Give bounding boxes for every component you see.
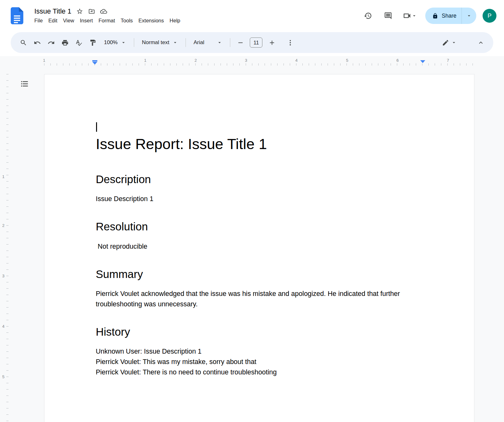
header-actions: Share P xyxy=(355,8,496,24)
toolbar-divider xyxy=(230,38,230,47)
ruler-number: 2 xyxy=(194,58,197,63)
spellcheck-button[interactable] xyxy=(72,36,86,49)
paint-roller-icon xyxy=(89,39,96,46)
ruler-number: 5 xyxy=(346,58,348,63)
right-indent-marker[interactable] xyxy=(420,60,425,63)
ruler-ticks xyxy=(44,63,474,66)
section-heading-history[interactable]: History xyxy=(96,325,423,338)
paragraph-style-value: Normal text xyxy=(142,39,169,46)
document-title[interactable]: Issue Title 1 xyxy=(34,7,71,15)
redo-icon xyxy=(48,39,55,46)
paint-format-button[interactable] xyxy=(86,36,100,49)
chevron-down-icon xyxy=(466,13,472,19)
ruler-number: 5 xyxy=(2,374,4,379)
menu-item-format[interactable]: Format xyxy=(96,17,118,25)
ruler-number: 3 xyxy=(2,274,4,278)
vertical-ruler[interactable]: 1 2 3 4 5 xyxy=(0,56,9,422)
title-area: Issue Title 1 File Edit View Insert Form… xyxy=(32,7,183,25)
lock-icon xyxy=(432,13,438,19)
ruler-number: 7 xyxy=(447,58,449,63)
section-heading-resolution[interactable]: Resolution xyxy=(96,220,423,233)
menu-item-view[interactable]: View xyxy=(60,17,77,25)
cloud-status-icon[interactable] xyxy=(100,8,107,15)
minus-icon xyxy=(237,39,244,46)
decrease-font-size-button[interactable] xyxy=(233,36,247,49)
font-family-value: Arial xyxy=(193,39,214,46)
document-page[interactable]: Issue Report: Issue Title 1 Description … xyxy=(44,74,474,422)
account-avatar[interactable]: P xyxy=(483,9,496,23)
left-indent-marker[interactable] xyxy=(92,62,97,65)
doc-title-text[interactable]: Issue Report: Issue Title 1 xyxy=(96,136,423,153)
section-paragraph[interactable]: Pierrick Voulet: There is no need to con… xyxy=(96,367,423,378)
chevron-down-icon xyxy=(451,40,457,45)
header: Issue Title 1 File Edit View Insert Form… xyxy=(0,0,504,32)
chevron-down-icon xyxy=(411,13,417,19)
spellcheck-icon xyxy=(75,39,83,46)
editing-mode-select[interactable] xyxy=(438,36,461,49)
chevron-down-icon xyxy=(217,40,222,45)
ruler-number: 4 xyxy=(2,324,4,329)
menu-item-file[interactable]: File xyxy=(32,17,46,25)
kebab-icon xyxy=(287,39,294,46)
version-history-button[interactable] xyxy=(360,8,375,23)
video-call-button[interactable] xyxy=(403,11,417,20)
toolbar-strip: 100% Normal text Arial xyxy=(0,32,504,57)
toolbar-divider xyxy=(186,38,186,47)
horizontal-ruler[interactable]: 1 1 2 3 4 5 6 7 xyxy=(0,56,504,66)
print-icon xyxy=(61,39,69,46)
toolbar-divider xyxy=(134,38,134,47)
section-heading-description[interactable]: Description xyxy=(96,173,423,186)
section-paragraph[interactable]: Pierrick Voulet: This was my mistake, so… xyxy=(96,357,423,367)
title-row: Issue Title 1 xyxy=(32,7,183,15)
ruler-ticks xyxy=(6,74,9,422)
font-size-input[interactable]: 11 xyxy=(250,38,262,48)
section-paragraph[interactable]: Not reproducible xyxy=(96,241,423,252)
section-paragraph[interactable]: Pierrick Voulet acknowledged that the is… xyxy=(96,289,423,309)
star-icon[interactable] xyxy=(76,8,83,15)
pencil-icon xyxy=(442,39,449,46)
print-button[interactable] xyxy=(58,36,72,49)
redo-button[interactable] xyxy=(44,36,58,49)
menu-item-help[interactable]: Help xyxy=(167,17,183,25)
search-menus-button[interactable] xyxy=(16,36,30,49)
hide-menus-button[interactable] xyxy=(474,36,488,49)
plus-icon xyxy=(268,39,276,46)
font-family-select[interactable]: Arial xyxy=(189,36,227,49)
share-button-group: Share xyxy=(425,8,476,24)
first-line-indent-marker[interactable] xyxy=(92,60,97,61)
page-content[interactable]: Issue Report: Issue Title 1 Description … xyxy=(44,74,474,378)
menu-item-tools[interactable]: Tools xyxy=(118,17,136,25)
ruler-number: 1 xyxy=(144,58,146,63)
section-paragraph[interactable]: Unknown User: Issue Description 1 xyxy=(96,346,423,357)
menu-item-edit[interactable]: Edit xyxy=(46,17,60,25)
menu-item-extensions[interactable]: Extensions xyxy=(136,17,167,25)
chevron-down-icon xyxy=(121,40,126,45)
undo-button[interactable] xyxy=(30,36,44,49)
ruler-number: 3 xyxy=(245,58,247,63)
more-toolbar-options-button[interactable] xyxy=(283,36,297,49)
video-camera-icon xyxy=(403,11,411,20)
section-heading-summary[interactable]: Summary xyxy=(96,268,423,280)
search-icon xyxy=(20,39,27,46)
ruler-number: 4 xyxy=(295,58,297,63)
share-dropdown-button[interactable] xyxy=(462,8,476,24)
share-button[interactable]: Share xyxy=(425,8,461,24)
document-outline-button[interactable] xyxy=(18,77,32,91)
share-button-label: Share xyxy=(442,13,456,19)
menu-item-insert[interactable]: Insert xyxy=(77,17,96,25)
comments-button[interactable] xyxy=(381,8,396,23)
google-docs-app: Issue Title 1 File Edit View Insert Form… xyxy=(0,0,504,57)
undo-icon xyxy=(34,39,41,46)
move-folder-icon[interactable] xyxy=(88,8,95,15)
increase-font-size-button[interactable] xyxy=(265,36,279,49)
toolbar: 100% Normal text Arial xyxy=(11,32,493,53)
zoom-select[interactable]: 100% xyxy=(100,36,131,49)
menu-bar: File Edit View Insert Format Tools Exten… xyxy=(32,17,183,25)
paragraph-style-select[interactable]: Normal text xyxy=(137,36,182,49)
section-paragraph[interactable]: Issue Description 1 xyxy=(96,194,423,204)
docs-logo-icon[interactable] xyxy=(11,7,23,24)
ruler-number: 2 xyxy=(2,223,4,228)
document-canvas: 1 1 2 3 4 5 6 7 1 2 3 4 5 Issue Rep xyxy=(0,56,504,422)
font-size-control: 11 xyxy=(233,36,279,49)
zoom-value: 100% xyxy=(104,39,117,46)
